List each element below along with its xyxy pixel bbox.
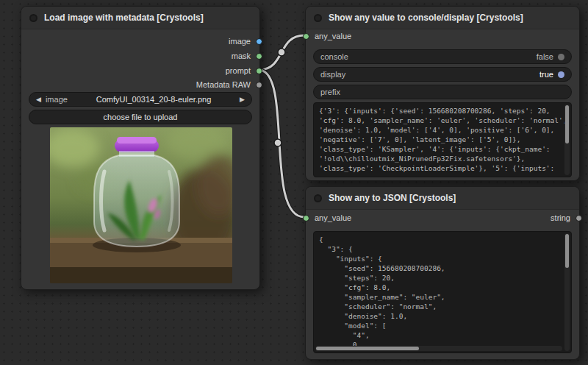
slot-dot-metadata-raw[interactable] [256,82,262,88]
slot-dot-any-value[interactable] [303,33,309,40]
slot-label: Metadata RAW [196,80,251,89]
image-combo-widget[interactable]: ◀ image ComfyUI_00314_20-8-euler.png ▶ [29,92,252,107]
vertical-scrollbar[interactable] [564,233,570,351]
widget-name: console [320,52,348,61]
widget-name: prefix [320,88,340,96]
scrollbar-thumb[interactable] [316,347,419,350]
slot-label: prompt [226,66,251,75]
horizontal-scrollbar[interactable] [315,346,562,351]
json-output-textarea[interactable]: { "3": { "inputs": { "seed": 15668020870… [313,231,572,353]
wire-prompt-to-console[interactable] [260,35,304,70]
node-header[interactable]: Show any to JSON [Crystools] [306,187,579,210]
node-header[interactable]: Load image with metadata [Crystools] [21,7,259,29]
combo-value: ComfyUI_00314_20-8-euler.png [72,95,235,104]
collapse-dot-icon[interactable] [314,194,322,202]
console-output-text: {'3': {'inputs': {'seed': 15668020870028… [314,103,571,176]
widget-value: true [539,70,553,79]
prefix-text-widget[interactable]: prefix [313,85,572,99]
combo-prev-icon[interactable]: ◀ [36,96,41,103]
display-toggle-widget[interactable]: display true [313,67,572,82]
scrollbar-thumb[interactable] [565,234,569,268]
vertical-scrollbar[interactable] [564,104,570,175]
output-slot-mask[interactable]: mask [232,49,259,63]
output-slot-image[interactable]: image [229,34,259,49]
slot-label: string [551,213,570,222]
slot-label: mask [232,52,251,60]
wire-shadow [260,35,304,70]
scrollbar-thumb[interactable] [565,105,569,143]
collapse-dot-icon[interactable] [314,14,322,22]
node-title: Load image with metadata [Crystools] [44,13,204,23]
slot-label: any_value [315,32,351,40]
choose-file-button[interactable]: choose file to upload [29,110,252,124]
toggle-indicator[interactable] [558,71,564,78]
input-slot-any-value[interactable]: any_value [306,29,351,43]
node-load-image-metadata[interactable]: Load image with metadata [Crystools] ima… [21,6,260,290]
widget-value: false [537,52,553,61]
slot-label: image [229,37,251,46]
console-output-textarea[interactable]: {'3': {'inputs': {'seed': 15668020870028… [313,102,572,177]
output-slot-metadata-raw[interactable]: Metadata RAW [196,77,259,92]
widget-name: display [320,70,345,79]
node-show-any-console[interactable]: Show any value to console/display [Cryst… [305,6,580,181]
collapse-dot-icon[interactable] [29,14,37,22]
node-title: Show any value to console/display [Cryst… [329,13,523,23]
slot-dot-string[interactable] [576,215,582,222]
input-slot-any-value[interactable]: any_value [306,210,351,225]
node-editor-canvas[interactable]: Load image with metadata [Crystools] ima… [0,0,588,365]
output-slot-string[interactable]: string [551,210,579,225]
combo-name: image [46,95,68,104]
slot-dot-prompt[interactable] [256,68,262,74]
combo-next-icon[interactable]: ▶ [240,96,245,103]
wire-prompt-to-json[interactable] [260,70,304,217]
node-show-any-json[interactable]: Show any to JSON [Crystools] any_value s… [305,186,580,360]
toggle-indicator[interactable] [558,54,564,60]
link-midpoint-dot[interactable] [274,139,282,146]
link-midpoint-dot[interactable] [278,49,285,56]
json-output-text: { "3": { "inputs": { "seed": 15668020870… [314,232,571,352]
slot-dot-image[interactable] [256,38,262,45]
wire-shadow [260,70,304,217]
slot-dot-mask[interactable] [256,53,262,60]
output-slot-prompt[interactable]: prompt [226,63,259,78]
node-title: Show any to JSON [Crystools] [329,193,456,203]
console-toggle-widget[interactable]: console false [313,49,572,64]
slot-dot-any-value[interactable] [303,215,309,222]
node-header[interactable]: Show any value to console/display [Cryst… [306,7,579,29]
slot-label: any_value [315,213,351,222]
image-preview [50,127,232,283]
